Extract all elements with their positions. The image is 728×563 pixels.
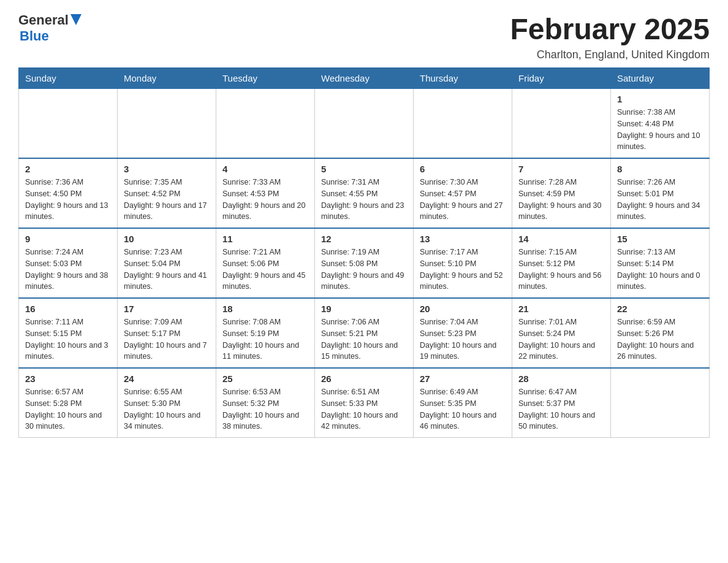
day-info: Sunrise: 7:38 AMSunset: 4:48 PMDaylight:… — [617, 107, 703, 153]
day-info: Sunrise: 7:04 AMSunset: 5:23 PMDaylight:… — [420, 316, 506, 362]
day-header-friday: Friday — [512, 68, 611, 89]
day-number: 5 — [321, 164, 407, 174]
day-number: 21 — [518, 304, 604, 314]
day-info: Sunrise: 6:49 AMSunset: 5:35 PMDaylight:… — [420, 386, 506, 432]
calendar-cell — [315, 89, 414, 159]
day-number: 18 — [222, 304, 308, 314]
logo-text-general: General — [18, 12, 69, 28]
day-number: 3 — [124, 164, 210, 174]
day-number: 16 — [25, 304, 111, 314]
day-info: Sunrise: 7:28 AMSunset: 4:59 PMDaylight:… — [518, 177, 604, 223]
day-number: 9 — [25, 234, 111, 244]
day-info: Sunrise: 6:51 AMSunset: 5:33 PMDaylight:… — [321, 386, 407, 432]
day-info: Sunrise: 7:36 AMSunset: 4:50 PMDaylight:… — [25, 177, 111, 223]
month-title: February 2025 — [510, 12, 710, 46]
calendar-week-3: 9Sunrise: 7:24 AMSunset: 5:03 PMDaylight… — [19, 228, 710, 298]
calendar-cell: 4Sunrise: 7:33 AMSunset: 4:53 PMDaylight… — [216, 158, 315, 228]
svg-marker-0 — [70, 14, 82, 25]
calendar-cell: 9Sunrise: 7:24 AMSunset: 5:03 PMDaylight… — [19, 228, 118, 298]
day-number: 7 — [518, 164, 604, 174]
day-info: Sunrise: 7:08 AMSunset: 5:19 PMDaylight:… — [222, 316, 308, 362]
day-number: 19 — [321, 304, 407, 314]
day-header-saturday: Saturday — [611, 68, 710, 89]
day-number: 11 — [222, 234, 308, 244]
calendar-cell: 27Sunrise: 6:49 AMSunset: 5:35 PMDayligh… — [414, 368, 512, 438]
day-number: 2 — [25, 164, 111, 174]
day-info: Sunrise: 7:17 AMSunset: 5:10 PMDaylight:… — [420, 247, 506, 293]
calendar-week-2: 2Sunrise: 7:36 AMSunset: 4:50 PMDaylight… — [19, 158, 710, 228]
day-number: 28 — [518, 373, 604, 384]
calendar-cell — [414, 89, 512, 159]
day-header-thursday: Thursday — [414, 68, 512, 89]
day-info: Sunrise: 7:23 AMSunset: 5:04 PMDaylight:… — [124, 247, 210, 293]
calendar-week-5: 23Sunrise: 6:57 AMSunset: 5:28 PMDayligh… — [19, 368, 710, 438]
calendar-cell — [216, 89, 315, 159]
day-number: 1 — [617, 94, 703, 104]
day-number: 26 — [321, 373, 407, 384]
day-info: Sunrise: 6:53 AMSunset: 5:32 PMDaylight:… — [222, 386, 308, 432]
calendar-cell: 5Sunrise: 7:31 AMSunset: 4:55 PMDaylight… — [315, 158, 414, 228]
calendar-cell: 3Sunrise: 7:35 AMSunset: 4:52 PMDaylight… — [118, 158, 216, 228]
day-number: 12 — [321, 234, 407, 244]
day-info: Sunrise: 7:01 AMSunset: 5:24 PMDaylight:… — [518, 316, 604, 362]
calendar-cell: 14Sunrise: 7:15 AMSunset: 5:12 PMDayligh… — [512, 228, 611, 298]
day-number: 24 — [124, 373, 210, 384]
day-number: 22 — [617, 304, 703, 314]
calendar-cell: 17Sunrise: 7:09 AMSunset: 5:17 PMDayligh… — [118, 298, 216, 368]
day-info: Sunrise: 6:57 AMSunset: 5:28 PMDaylight:… — [25, 386, 111, 432]
calendar-cell: 1Sunrise: 7:38 AMSunset: 4:48 PMDaylight… — [611, 89, 710, 159]
day-number: 6 — [420, 164, 506, 174]
calendar-cell: 28Sunrise: 6:47 AMSunset: 5:37 PMDayligh… — [512, 368, 611, 438]
day-number: 15 — [617, 234, 703, 244]
day-number: 20 — [420, 304, 506, 314]
day-header-wednesday: Wednesday — [315, 68, 414, 89]
day-number: 27 — [420, 373, 506, 384]
calendar-cell — [19, 89, 118, 159]
day-number: 10 — [124, 234, 210, 244]
calendar-table: SundayMondayTuesdayWednesdayThursdayFrid… — [18, 67, 710, 438]
day-info: Sunrise: 7:21 AMSunset: 5:06 PMDaylight:… — [222, 247, 308, 293]
day-info: Sunrise: 7:30 AMSunset: 4:57 PMDaylight:… — [420, 177, 506, 223]
day-info: Sunrise: 7:06 AMSunset: 5:21 PMDaylight:… — [321, 316, 407, 362]
page-header: General Blue February 2025 Charlton, Eng… — [18, 12, 710, 61]
day-info: Sunrise: 7:33 AMSunset: 4:53 PMDaylight:… — [222, 177, 308, 223]
calendar-cell — [118, 89, 216, 159]
calendar-cell: 20Sunrise: 7:04 AMSunset: 5:23 PMDayligh… — [414, 298, 512, 368]
day-info: Sunrise: 7:13 AMSunset: 5:14 PMDaylight:… — [617, 247, 703, 293]
day-number: 23 — [25, 373, 111, 384]
calendar-cell: 10Sunrise: 7:23 AMSunset: 5:04 PMDayligh… — [118, 228, 216, 298]
calendar-cell: 19Sunrise: 7:06 AMSunset: 5:21 PMDayligh… — [315, 298, 414, 368]
day-info: Sunrise: 6:47 AMSunset: 5:37 PMDaylight:… — [518, 386, 604, 432]
location: Charlton, England, United Kingdom — [510, 48, 710, 61]
calendar-cell: 7Sunrise: 7:28 AMSunset: 4:59 PMDaylight… — [512, 158, 611, 228]
logo-triangle-icon — [70, 14, 82, 26]
calendar-week-4: 16Sunrise: 7:11 AMSunset: 5:15 PMDayligh… — [19, 298, 710, 368]
day-number: 8 — [617, 164, 703, 174]
calendar-cell: 26Sunrise: 6:51 AMSunset: 5:33 PMDayligh… — [315, 368, 414, 438]
day-info: Sunrise: 7:26 AMSunset: 5:01 PMDaylight:… — [617, 177, 703, 223]
day-info: Sunrise: 7:19 AMSunset: 5:08 PMDaylight:… — [321, 247, 407, 293]
calendar-cell: 11Sunrise: 7:21 AMSunset: 5:06 PMDayligh… — [216, 228, 315, 298]
calendar-cell: 8Sunrise: 7:26 AMSunset: 5:01 PMDaylight… — [611, 158, 710, 228]
day-info: Sunrise: 7:15 AMSunset: 5:12 PMDaylight:… — [518, 247, 604, 293]
day-header-sunday: Sunday — [19, 68, 118, 89]
calendar-cell: 21Sunrise: 7:01 AMSunset: 5:24 PMDayligh… — [512, 298, 611, 368]
calendar-cell: 25Sunrise: 6:53 AMSunset: 5:32 PMDayligh… — [216, 368, 315, 438]
calendar-cell: 16Sunrise: 7:11 AMSunset: 5:15 PMDayligh… — [19, 298, 118, 368]
day-info: Sunrise: 7:11 AMSunset: 5:15 PMDaylight:… — [25, 316, 111, 362]
day-info: Sunrise: 6:59 AMSunset: 5:26 PMDaylight:… — [617, 316, 703, 362]
title-section: February 2025 Charlton, England, United … — [510, 12, 710, 61]
day-number: 13 — [420, 234, 506, 244]
day-info: Sunrise: 7:24 AMSunset: 5:03 PMDaylight:… — [25, 247, 111, 293]
calendar-cell: 13Sunrise: 7:17 AMSunset: 5:10 PMDayligh… — [414, 228, 512, 298]
logo-text-blue: Blue — [20, 28, 49, 44]
day-number: 14 — [518, 234, 604, 244]
calendar-cell: 23Sunrise: 6:57 AMSunset: 5:28 PMDayligh… — [19, 368, 118, 438]
logo: General Blue — [18, 12, 82, 44]
day-info: Sunrise: 7:09 AMSunset: 5:17 PMDaylight:… — [124, 316, 210, 362]
calendar-cell: 18Sunrise: 7:08 AMSunset: 5:19 PMDayligh… — [216, 298, 315, 368]
calendar-cell — [611, 368, 710, 438]
day-info: Sunrise: 7:31 AMSunset: 4:55 PMDaylight:… — [321, 177, 407, 223]
day-header-monday: Monday — [118, 68, 216, 89]
calendar-header-row: SundayMondayTuesdayWednesdayThursdayFrid… — [19, 68, 710, 89]
